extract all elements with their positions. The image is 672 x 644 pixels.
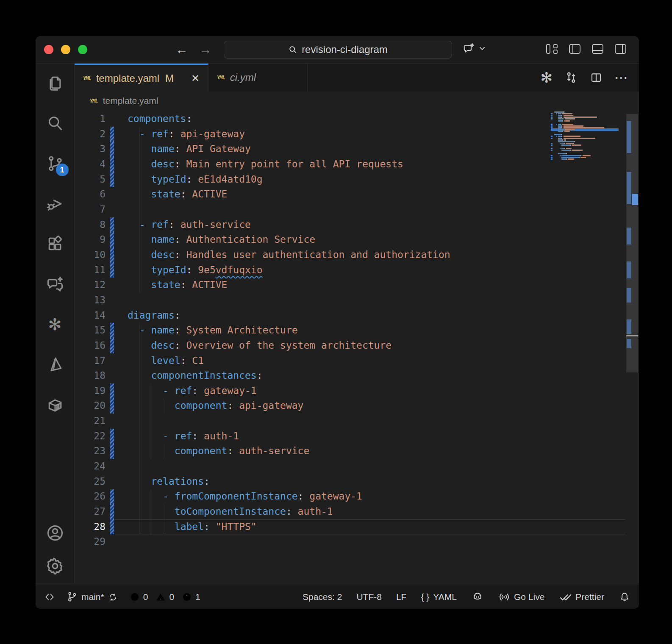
settings-gear-icon[interactable] (45, 556, 65, 576)
line-number[interactable]: 4 (75, 157, 106, 172)
run-debug-icon[interactable] (45, 194, 65, 214)
line-number[interactable]: 1 (75, 111, 106, 127)
code-line[interactable]: component: auth-service (128, 444, 550, 459)
forward-arrow-icon[interactable]: → (199, 42, 212, 57)
code-line[interactable]: desc: Main entry point for all API reque… (128, 157, 550, 172)
line-number[interactable]: 9 (75, 232, 106, 247)
code-line[interactable]: name: Authentication Service (128, 232, 550, 247)
minimize-window-button[interactable] (61, 45, 70, 54)
eol-status[interactable]: LF (396, 592, 407, 602)
line-number[interactable]: 22 (75, 429, 106, 444)
copilot-chat-menu[interactable] (463, 42, 486, 55)
line-number[interactable]: 3 (75, 142, 106, 157)
notifications-bell-icon[interactable] (619, 591, 630, 603)
tab-ci-yml[interactable]: YML ci.yml (208, 64, 308, 92)
code-line[interactable]: - ref: gateway-1 (128, 383, 550, 399)
code-line[interactable]: components: (128, 111, 550, 127)
customize-layout-button[interactable] (546, 44, 558, 54)
prisma-icon[interactable] (45, 355, 65, 375)
code-line[interactable]: - ref: api-gateway (128, 127, 550, 142)
extensions-icon[interactable] (45, 234, 65, 254)
indentation-status[interactable]: Spaces: 2 (303, 592, 342, 602)
line-number[interactable]: 8 (75, 217, 106, 233)
line-number[interactable]: 20 (75, 398, 106, 414)
line-number[interactable]: 11 (75, 263, 106, 278)
code-line[interactable] (128, 534, 550, 550)
toggle-primary-sidebar-button[interactable] (569, 44, 580, 54)
command-center-search[interactable]: revision-ci-diagram (224, 41, 452, 58)
code-line[interactable]: relations: (128, 474, 550, 489)
code-line[interactable]: name: API Gateway (128, 142, 550, 157)
line-number[interactable]: 5 (75, 172, 106, 187)
code-line[interactable] (128, 414, 550, 429)
code-line[interactable] (128, 202, 550, 217)
tab-template-yaml[interactable]: YML template.yaml M ✕ (75, 64, 208, 92)
code-line[interactable]: component: api-gateway (128, 398, 550, 414)
close-window-button[interactable] (44, 45, 53, 54)
line-number[interactable]: 14 (75, 308, 106, 323)
line-number[interactable]: 13 (75, 293, 106, 308)
code-line[interactable]: state: ACTIVE (128, 187, 550, 202)
code-line[interactable]: level: C1 (128, 353, 550, 369)
code-line[interactable]: - ref: auth-service (128, 217, 550, 233)
code-line[interactable]: toComponentInstance: auth-1 (128, 504, 550, 519)
line-number[interactable]: 2 (75, 127, 106, 142)
line-number[interactable]: 15 (75, 323, 106, 338)
code-line[interactable] (128, 459, 550, 474)
openai-action-icon[interactable]: ✻ (541, 70, 553, 85)
search-icon[interactable] (45, 113, 65, 133)
open-changes-icon[interactable] (564, 71, 578, 84)
openai-icon[interactable]: ✻ (45, 314, 65, 335)
copilot-status[interactable] (471, 591, 484, 603)
line-number[interactable]: 25 (75, 474, 106, 489)
code-line[interactable]: - ref: auth-1 (128, 429, 550, 444)
more-actions-icon[interactable]: ⋯ (614, 71, 628, 84)
problems-status[interactable]: 0 0 1 (129, 591, 205, 602)
line-number[interactable]: 28 (75, 519, 106, 535)
toggle-secondary-sidebar-button[interactable] (615, 44, 626, 54)
explorer-icon[interactable] (45, 73, 65, 93)
back-arrow-icon[interactable]: ← (175, 42, 188, 57)
prettier-status[interactable]: Prettier (559, 591, 604, 603)
close-tab-icon[interactable]: ✕ (191, 72, 200, 84)
go-live-status[interactable]: Go Live (498, 591, 544, 603)
code-line[interactable]: - name: System Architecture (128, 323, 550, 338)
line-number[interactable]: 24 (75, 459, 106, 474)
line-number[interactable]: 16 (75, 338, 106, 353)
line-number[interactable]: 7 (75, 202, 106, 217)
minimap[interactable] (551, 110, 619, 584)
code-line[interactable]: typeId: eE1d4atd10g (128, 172, 550, 187)
line-number[interactable]: 18 (75, 368, 106, 383)
line-number[interactable]: 19 (75, 383, 106, 399)
git-branch-status[interactable]: ✳ main* (66, 591, 118, 603)
code-line[interactable]: desc: Overview of the system architectur… (128, 338, 550, 353)
line-number[interactable]: 27 (75, 504, 106, 519)
container-icon[interactable] (45, 395, 65, 415)
code-line[interactable]: label: "HTTPS" (128, 519, 550, 535)
code-line[interactable]: state: ACTIVE (128, 278, 550, 293)
remote-indicator[interactable] (44, 591, 55, 602)
split-editor-icon[interactable] (590, 71, 603, 84)
code-line[interactable]: typeId: 9e5vdfuqxio (128, 263, 550, 278)
chat-icon[interactable] (45, 274, 65, 294)
line-number[interactable]: 6 (75, 187, 106, 202)
toggle-panel-button[interactable] (592, 44, 603, 54)
code-area[interactable]: components: - ref: api-gateway name: API… (128, 111, 550, 550)
scrollbar[interactable] (626, 110, 638, 584)
line-number[interactable]: 26 (75, 489, 106, 504)
line-number[interactable]: 17 (75, 353, 106, 369)
code-line[interactable]: diagrams: (128, 308, 550, 323)
line-number[interactable]: 21 (75, 414, 106, 429)
breadcrumb[interactable]: YML template.yaml (75, 92, 639, 110)
line-number[interactable]: 29 (75, 534, 106, 550)
language-mode-status[interactable]: { } YAML (421, 592, 457, 602)
line-number[interactable]: 10 (75, 247, 106, 263)
encoding-status[interactable]: UTF-8 (356, 592, 382, 602)
line-number[interactable]: 12 (75, 278, 106, 293)
source-control-icon[interactable]: 1 (45, 153, 65, 174)
line-number[interactable]: 23 (75, 444, 106, 459)
code-line[interactable]: - fromComponentInstance: gateway-1 (128, 489, 550, 504)
code-line[interactable]: desc: Handles user authentication and au… (128, 247, 550, 263)
code-line[interactable]: componentInstances: (128, 368, 550, 383)
code-line[interactable] (128, 293, 550, 308)
